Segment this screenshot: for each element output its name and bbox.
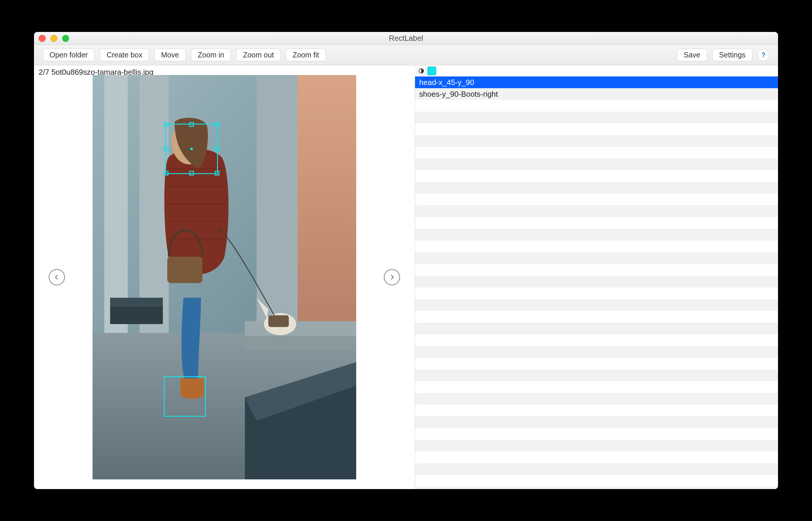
label-row-empty: [415, 159, 778, 170]
image-panel: 2/7 5ot0u869szo-tamara-bellis.jpg: [34, 65, 415, 489]
label-row-empty: [415, 463, 778, 475]
help-button[interactable]: ?: [758, 49, 769, 61]
close-icon[interactable]: [39, 35, 46, 42]
maximize-icon[interactable]: [62, 35, 69, 42]
move-button[interactable]: Move: [154, 49, 186, 61]
svg-rect-21: [110, 307, 163, 324]
svg-rect-8: [245, 321, 356, 336]
label-row-empty: [415, 135, 778, 147]
label-row-empty: [415, 369, 778, 381]
prev-image-button[interactable]: [49, 269, 65, 286]
svg-rect-20: [110, 298, 163, 307]
svg-rect-4: [257, 75, 298, 339]
label-row-empty: [415, 241, 778, 252]
label-panel: head-x_45-y_90shoes-y_90-Boots-right: [415, 65, 778, 489]
label-row-empty: [415, 112, 778, 123]
label-row-empty: [415, 217, 778, 229]
label-row-empty: [415, 229, 778, 241]
create-box-button[interactable]: Create box: [100, 49, 149, 61]
chevron-left-icon: [54, 274, 60, 280]
chevron-right-icon: [389, 274, 395, 280]
label-row-empty: [415, 440, 778, 452]
label-row-empty: [415, 475, 778, 487]
label-row-empty: [415, 487, 778, 489]
label-row-empty: [415, 358, 778, 369]
image-canvas[interactable]: [93, 75, 356, 479]
label-row-empty: [415, 288, 778, 299]
toolbar: Open folder Create box Move Zoom in Zoom…: [34, 45, 778, 65]
content: 2/7 5ot0u869szo-tamara-bellis.jpg: [34, 65, 778, 489]
settings-button[interactable]: Settings: [713, 49, 752, 61]
label-row-empty: [415, 311, 778, 323]
zoom-in-button[interactable]: Zoom in: [191, 49, 231, 61]
label-row[interactable]: shoes-y_90-Boots-right: [415, 88, 778, 100]
window-title: RectLabel: [34, 34, 778, 43]
label-row-empty: [415, 381, 778, 393]
label-tools: [415, 65, 778, 76]
label-row-empty: [415, 452, 778, 463]
zoom-out-button[interactable]: Zoom out: [236, 49, 281, 61]
traffic-lights: [39, 35, 69, 42]
label-row-empty: [415, 170, 778, 182]
label-row-empty: [415, 264, 778, 276]
label-row-empty: [415, 346, 778, 358]
svg-rect-9: [245, 336, 356, 350]
app-window: RectLabel Open folder Create box Move Zo…: [34, 32, 778, 489]
label-row[interactable]: head-x_45-y_90: [415, 76, 778, 88]
color-swatch-icon[interactable]: [427, 67, 436, 75]
titlebar: RectLabel: [34, 32, 778, 45]
next-image-button[interactable]: [384, 269, 400, 286]
label-row-empty: [415, 416, 778, 428]
label-row-empty: [415, 182, 778, 194]
label-row-empty: [415, 323, 778, 334]
label-row-empty: [415, 276, 778, 288]
label-row-empty: [415, 100, 778, 112]
label-row-empty: [415, 147, 778, 159]
contrast-icon[interactable]: [417, 67, 426, 75]
label-row-empty: [415, 428, 778, 440]
label-row-empty: [415, 123, 778, 135]
minimize-icon[interactable]: [50, 35, 57, 42]
label-row-empty: [415, 393, 778, 405]
save-button[interactable]: Save: [677, 49, 707, 61]
label-row-empty: [415, 334, 778, 346]
zoom-fit-button[interactable]: Zoom fit: [286, 49, 326, 61]
label-row-empty: [415, 194, 778, 205]
label-row-empty: [415, 405, 778, 416]
label-row-empty: [415, 205, 778, 217]
photo-placeholder: [93, 75, 356, 479]
svg-rect-18: [167, 257, 203, 283]
svg-rect-1: [298, 75, 356, 339]
label-row-empty: [415, 299, 778, 311]
label-row-empty: [415, 252, 778, 264]
open-folder-button[interactable]: Open folder: [43, 49, 95, 61]
label-list[interactable]: head-x_45-y_90shoes-y_90-Boots-right: [415, 76, 778, 489]
svg-rect-12: [268, 315, 289, 327]
